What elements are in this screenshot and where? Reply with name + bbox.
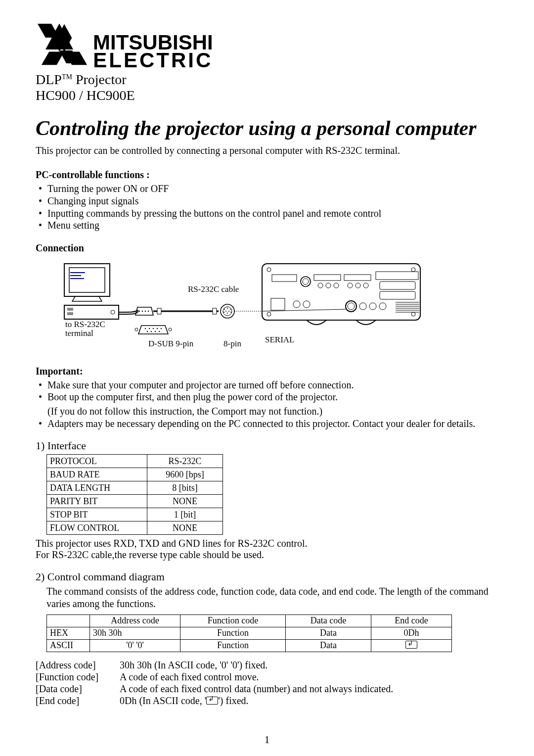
svg-rect-50 <box>262 264 420 320</box>
svg-rect-10 <box>64 264 110 296</box>
svg-point-62 <box>334 283 339 288</box>
svg-point-46 <box>147 331 148 332</box>
interface-note-1: This projector uses RXD, TXD and GND lin… <box>36 538 498 549</box>
svg-point-48 <box>155 331 156 332</box>
svg-point-36 <box>225 311 226 312</box>
important-list: Make sure that your computer and project… <box>36 379 498 403</box>
important-heading: Important: <box>36 366 498 377</box>
def-row: [End code] 0Dh (In ASCII code, '') fixed… <box>36 695 498 707</box>
svg-point-75 <box>369 303 376 310</box>
svg-rect-68 <box>380 291 415 299</box>
connection-diagram: to RS-232Cterminal RS-232C cable D-SUB 9… <box>49 260 498 354</box>
svg-point-54 <box>411 312 415 316</box>
svg-marker-15 <box>72 296 102 301</box>
svg-point-32 <box>230 309 231 310</box>
table-row: DATA LENGTH8 [bits] <box>47 481 223 495</box>
svg-point-37 <box>228 311 229 312</box>
svg-point-28 <box>221 304 234 318</box>
svg-rect-59 <box>344 275 371 281</box>
svg-rect-27 <box>213 308 217 314</box>
svg-point-34 <box>227 313 228 314</box>
diagram-label-cable: RS-232C cable <box>188 284 239 294</box>
list-item: Inputting commands by pressing the butto… <box>36 207 498 220</box>
svg-point-73 <box>348 303 355 310</box>
brand-text: MITSUBISHI ELECTRIC <box>93 24 213 69</box>
table-row: HEX 30h 30h Function Data 0Dh <box>47 627 452 639</box>
list-item: Changing input signals <box>36 195 498 207</box>
svg-point-52 <box>411 268 415 272</box>
svg-point-65 <box>363 283 368 288</box>
svg-point-49 <box>159 331 160 332</box>
brand-line-2: ELECTRIC <box>93 51 213 69</box>
svg-point-47 <box>151 331 152 332</box>
table-row: ASCII '0' '0' Function Data <box>47 639 452 652</box>
svg-rect-26 <box>157 308 161 314</box>
diagram-label-dsub: D-SUB 9-pin <box>148 339 193 349</box>
svg-point-43 <box>153 328 154 329</box>
svg-rect-69 <box>271 298 285 310</box>
pc-functions-list: Turning the power ON or OFF Changing inp… <box>36 183 498 231</box>
svg-point-72 <box>346 301 356 312</box>
svg-point-35 <box>230 312 231 313</box>
svg-point-53 <box>267 312 271 316</box>
brand-logo: MITSUBISHI ELECTRIC <box>36 24 498 69</box>
svg-point-64 <box>356 283 360 288</box>
svg-point-45 <box>161 328 162 329</box>
svg-point-31 <box>227 308 228 309</box>
command-table: Address code Function code Data code End… <box>46 614 452 652</box>
svg-point-61 <box>326 283 331 288</box>
svg-rect-67 <box>380 282 415 289</box>
product-models: HC900 / HC900E <box>36 88 498 103</box>
svg-marker-38 <box>138 326 168 334</box>
svg-point-76 <box>379 303 386 310</box>
intro-text: This projector can be controlled by conn… <box>36 145 498 156</box>
svg-point-71 <box>303 301 310 308</box>
mitsubishi-tri-icon <box>41 24 88 65</box>
svg-point-21 <box>139 311 140 312</box>
svg-point-51 <box>267 268 271 272</box>
table-row: BAUD RATE9600 [bps] <box>47 468 223 481</box>
diagram-label-serial: SERIAL <box>265 335 295 345</box>
svg-point-33 <box>223 312 224 313</box>
interface-table: PROTOCOLRS-232C BAUD RATE9600 [bps] DATA… <box>46 454 223 535</box>
page-number: 1 <box>0 733 534 746</box>
control-command-desc: The command consists of the address code… <box>46 585 498 610</box>
svg-point-63 <box>348 283 353 288</box>
svg-marker-9 <box>42 51 64 65</box>
product-series: DLPTM Projector <box>36 72 498 88</box>
svg-point-24 <box>148 311 149 312</box>
svg-point-44 <box>157 328 158 329</box>
important-list-2: Adapters may be necessary depending on t… <box>36 418 498 430</box>
svg-point-57 <box>303 279 309 284</box>
svg-rect-17 <box>67 308 73 311</box>
enter-key-icon <box>206 697 218 705</box>
svg-point-22 <box>142 311 143 312</box>
list-item: Make sure that your computer and project… <box>36 379 498 391</box>
svg-point-42 <box>149 328 150 329</box>
table-row: Address code Function code Data code End… <box>47 614 452 627</box>
table-row: STOP BIT1 [bit] <box>47 508 223 521</box>
svg-point-30 <box>224 309 225 310</box>
control-command-heading: 2) Control command diagram <box>36 570 498 583</box>
enter-key-icon <box>405 641 417 649</box>
svg-marker-8 <box>64 51 87 65</box>
svg-point-19 <box>111 310 115 314</box>
connection-heading: Connection <box>36 242 498 254</box>
def-row: [Function code]A code of each fixed cont… <box>36 671 498 683</box>
def-row: [Address code]30h 30h (In ASCII code, '0… <box>36 659 498 671</box>
svg-point-56 <box>301 277 311 286</box>
def-row: [Data code]A code of each fixed control … <box>36 683 498 695</box>
table-row: FLOW CONTROLNONE <box>47 521 223 535</box>
list-item: Boot up the computer first, and then plu… <box>36 391 498 403</box>
table-row: PARITY BITNONE <box>47 495 223 508</box>
diagram-label-terminal: to RS-232Cterminal <box>65 320 105 338</box>
important-paren: (If you do not follow this instruction, … <box>36 405 498 418</box>
list-item: Menu setting <box>36 219 498 232</box>
interface-note-2: For RS-232C cable,the reverse type cable… <box>36 549 498 561</box>
list-item: Turning the power ON or OFF <box>36 183 498 195</box>
interface-heading: 1) Interface <box>36 439 498 452</box>
svg-point-41 <box>145 328 146 329</box>
svg-point-70 <box>293 301 300 308</box>
svg-point-74 <box>359 303 366 310</box>
svg-point-39 <box>135 328 138 331</box>
